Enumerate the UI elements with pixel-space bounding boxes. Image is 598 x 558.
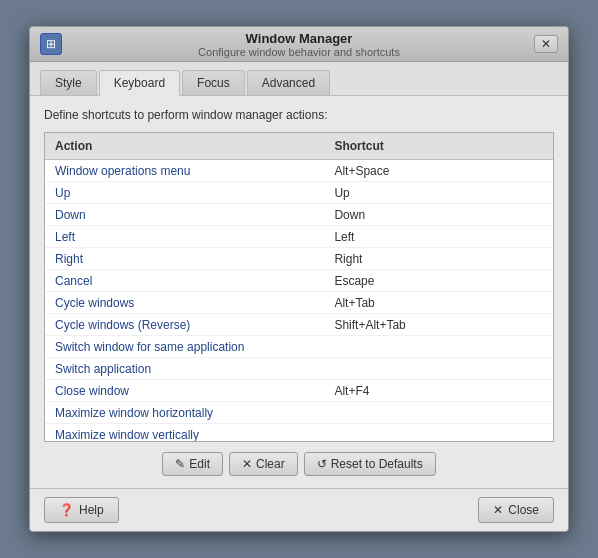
table-row[interactable]: Up Up (45, 182, 553, 204)
reset-icon: ↺ (317, 457, 327, 471)
table-row[interactable]: Switch window for same application (45, 336, 553, 358)
row-action: Window operations menu (45, 162, 324, 180)
row-shortcut (324, 345, 553, 349)
help-label: Help (79, 503, 104, 517)
reset-label: Reset to Defaults (331, 457, 423, 471)
row-action: Cycle windows (Reverse) (45, 316, 324, 334)
row-shortcut: Down (324, 206, 553, 224)
table-header: Action Shortcut (45, 133, 553, 160)
row-shortcut: Alt+F4 (324, 382, 553, 400)
table-row[interactable]: Cancel Escape (45, 270, 553, 292)
row-shortcut: Shift+Alt+Tab (324, 316, 553, 334)
row-action: Left (45, 228, 324, 246)
edit-button[interactable]: ✎ Edit (162, 452, 223, 476)
close-icon: ✕ (493, 503, 503, 517)
titlebar: ⊞ Window Manager Configure window behavi… (30, 27, 568, 62)
clear-button[interactable]: ✕ Clear (229, 452, 298, 476)
tab-advanced[interactable]: Advanced (247, 70, 330, 95)
row-action: Switch application (45, 360, 324, 378)
table-row[interactable]: Left Left (45, 226, 553, 248)
clear-label: Clear (256, 457, 285, 471)
reset-button[interactable]: ↺ Reset to Defaults (304, 452, 436, 476)
row-shortcut: Alt+Space (324, 162, 553, 180)
app-icon: ⊞ (40, 33, 62, 55)
row-action: Down (45, 206, 324, 224)
table-row[interactable]: Maximize window horizontally (45, 402, 553, 424)
table-row[interactable]: Cycle windows Alt+Tab (45, 292, 553, 314)
tab-style[interactable]: Style (40, 70, 97, 95)
row-action: Right (45, 250, 324, 268)
row-action: Close window (45, 382, 324, 400)
close-button[interactable]: ✕ Close (478, 497, 554, 523)
window-subtitle: Configure window behavior and shortcuts (198, 46, 400, 58)
window-title: Window Manager (198, 31, 400, 46)
footer: ❓ Help ✕ Close (30, 488, 568, 531)
window-close-button[interactable]: ✕ (534, 35, 558, 53)
tab-bar: Style Keyboard Focus Advanced (30, 62, 568, 96)
table-row[interactable]: Down Down (45, 204, 553, 226)
edit-label: Edit (189, 457, 210, 471)
tab-content: Define shortcuts to perform window manag… (30, 96, 568, 488)
table-row[interactable]: Close window Alt+F4 (45, 380, 553, 402)
row-shortcut (324, 367, 553, 371)
table-row[interactable]: Cycle windows (Reverse) Shift+Alt+Tab (45, 314, 553, 336)
row-action: Switch window for same application (45, 338, 324, 356)
row-shortcut: Left (324, 228, 553, 246)
row-action: Up (45, 184, 324, 202)
tab-focus[interactable]: Focus (182, 70, 245, 95)
titlebar-center: Window Manager Configure window behavior… (198, 31, 400, 58)
table-row[interactable]: Right Right (45, 248, 553, 270)
column-header-action: Action (45, 137, 324, 155)
row-shortcut: Right (324, 250, 553, 268)
row-shortcut (324, 433, 553, 437)
tab-keyboard[interactable]: Keyboard (99, 70, 180, 96)
row-shortcut: Alt+Tab (324, 294, 553, 312)
table-body[interactable]: Window operations menu Alt+Space Up Up D… (45, 160, 553, 441)
row-action: Cycle windows (45, 294, 324, 312)
action-buttons: ✎ Edit ✕ Clear ↺ Reset to Defaults (44, 452, 554, 476)
column-header-shortcut: Shortcut (324, 137, 553, 155)
close-label: Close (508, 503, 539, 517)
row-shortcut: Up (324, 184, 553, 202)
table-row[interactable]: Maximize window vertically (45, 424, 553, 441)
row-shortcut (324, 411, 553, 415)
row-action: Cancel (45, 272, 324, 290)
window: ⊞ Window Manager Configure window behavi… (29, 26, 569, 532)
row-shortcut: Escape (324, 272, 553, 290)
tab-description: Define shortcuts to perform window manag… (44, 108, 554, 122)
help-icon: ❓ (59, 503, 74, 517)
help-button[interactable]: ❓ Help (44, 497, 119, 523)
shortcuts-table: Action Shortcut Window operations menu A… (44, 132, 554, 442)
table-row[interactable]: Window operations menu Alt+Space (45, 160, 553, 182)
table-row[interactable]: Switch application (45, 358, 553, 380)
edit-icon: ✎ (175, 457, 185, 471)
clear-icon: ✕ (242, 457, 252, 471)
row-action: Maximize window horizontally (45, 404, 324, 422)
row-action: Maximize window vertically (45, 426, 324, 442)
